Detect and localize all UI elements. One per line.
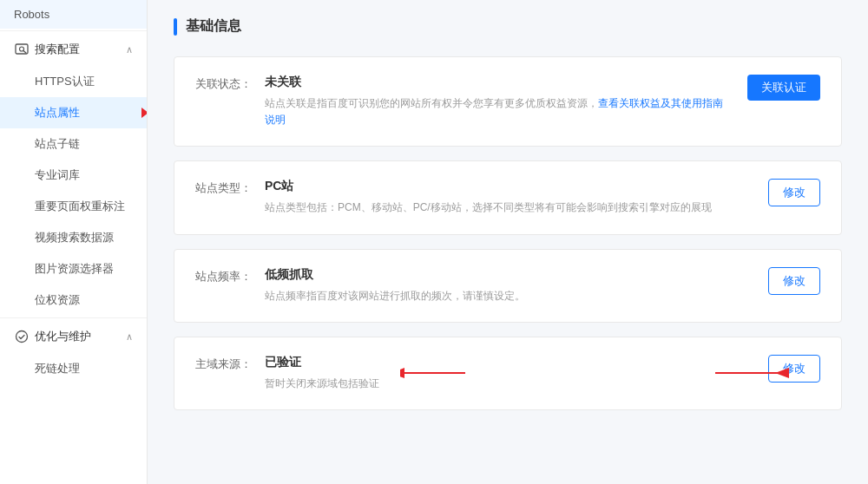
svg-line-2: [23, 51, 26, 54]
title-bar-decoration: [174, 18, 177, 36]
sidebar-item-robots[interactable]: Robots: [0, 0, 147, 29]
section2-items: 死链处理: [0, 353, 147, 384]
sidebar-item-vocab[interactable]: 专业词库: [0, 160, 147, 191]
section1-items: HTTPS认证 站点属性 站点子链 专业词库 重要页面权重标注 视频搜索数据源 …: [0, 66, 147, 316]
sidebar-item-image[interactable]: 图片资源选择器: [0, 253, 147, 285]
row3-label: 站点频率：: [195, 267, 265, 285]
section1-chevron: ∧: [126, 44, 133, 56]
row4-desc: 暂时关闭来源域包括验证: [265, 376, 751, 392]
row1-title: 未关联: [265, 75, 730, 90]
row1-desc: 站点关联是指百度可识别您的网站所有权并令您享有更多优质权益资源，查看关联权益及其…: [265, 95, 730, 128]
row-association: 关联状态： 未关联 站点关联是指百度可识别您的网站所有权并令您享有更多优质权益资…: [174, 56, 842, 147]
row2-content: PC站 站点类型包括：PCM、移动站、PC/移动站，选择不同类型将有可能会影响到…: [265, 179, 751, 216]
row1-content: 未关联 站点关联是指百度可识别您的网站所有权并令您享有更多优质权益资源，查看关联…: [265, 75, 730, 128]
row3-content: 低频抓取 站点频率指百度对该网站进行抓取的频次，请谨慎设定。: [265, 267, 751, 304]
page-title: 基础信息: [186, 17, 241, 36]
row1-label: 关联状态：: [195, 75, 265, 92]
row2-label: 站点类型：: [195, 179, 265, 196]
row1-action: 关联认证: [747, 75, 820, 101]
sidebar-item-https[interactable]: HTTPS认证: [0, 66, 147, 97]
sidebar-robots-label: Robots: [14, 8, 49, 21]
row-main-domain: 主域来源： 已验证 暂时关闭来源域包括验证 修改: [174, 337, 842, 410]
row3-title: 低频抓取: [265, 267, 751, 283]
row2-action: 修改: [768, 179, 820, 206]
sidebar-item-video[interactable]: 视频搜索数据源: [0, 222, 147, 253]
main-content: 基础信息 关联状态： 未关联 站点关联是指百度可识别您的网站所有权并令您享有更多…: [148, 0, 868, 484]
optimize-icon: [14, 329, 30, 344]
svg-point-3: [16, 331, 28, 343]
sidebar-item-site-props[interactable]: 站点属性: [0, 97, 147, 128]
section-title-area: 基础信息: [174, 17, 842, 36]
red-arrow-left-decoration: [400, 360, 470, 386]
sidebar-item-page-weight[interactable]: 重要页面权重标注: [0, 191, 147, 222]
association-button[interactable]: 关联认证: [747, 75, 820, 101]
sidebar: Robots 搜索配置 ∧ HTTPS认证 站点属性 站点子链 专业词库: [0, 0, 148, 484]
site-type-edit-button[interactable]: 修改: [768, 179, 820, 206]
row4-title: 已验证: [265, 355, 751, 370]
sidebar-section-optimize[interactable]: 优化与维护 ∧: [0, 320, 147, 353]
row-site-frequency: 站点频率： 低频抓取 站点频率指百度对该网站进行抓取的频次，请谨慎设定。 修改: [174, 249, 842, 323]
section2-label: 优化与维护: [35, 329, 91, 344]
red-arrow-right-decoration: [711, 360, 798, 386]
sidebar-item-sublinks[interactable]: 站点子链: [0, 128, 147, 160]
frequency-edit-button[interactable]: 修改: [768, 267, 820, 295]
row4-content: 已验证 暂时关闭来源域包括验证: [265, 355, 751, 392]
section2-chevron: ∧: [126, 331, 133, 343]
row2-title: PC站: [265, 179, 751, 194]
row3-action: 修改: [768, 267, 820, 295]
row1-link[interactable]: 查看关联权益及其使用指南说明: [265, 97, 723, 126]
sidebar-item-weight-res[interactable]: 位权资源: [0, 285, 147, 316]
section1-label: 搜索配置: [35, 42, 80, 57]
sidebar-section-search-config[interactable]: 搜索配置 ∧: [0, 33, 147, 66]
row2-desc: 站点类型包括：PCM、移动站、PC/移动站，选择不同类型将有可能会影响到搜索引擎…: [265, 199, 751, 216]
row4-label: 主域来源：: [195, 355, 265, 372]
search-config-icon: [14, 42, 30, 57]
row-site-type: 站点类型： PC站 站点类型包括：PCM、移动站、PC/移动站，选择不同类型将有…: [174, 160, 842, 234]
sidebar-item-deadlinks[interactable]: 死链处理: [0, 353, 147, 384]
row3-desc: 站点频率指百度对该网站进行抓取的频次，请谨慎设定。: [265, 288, 751, 304]
